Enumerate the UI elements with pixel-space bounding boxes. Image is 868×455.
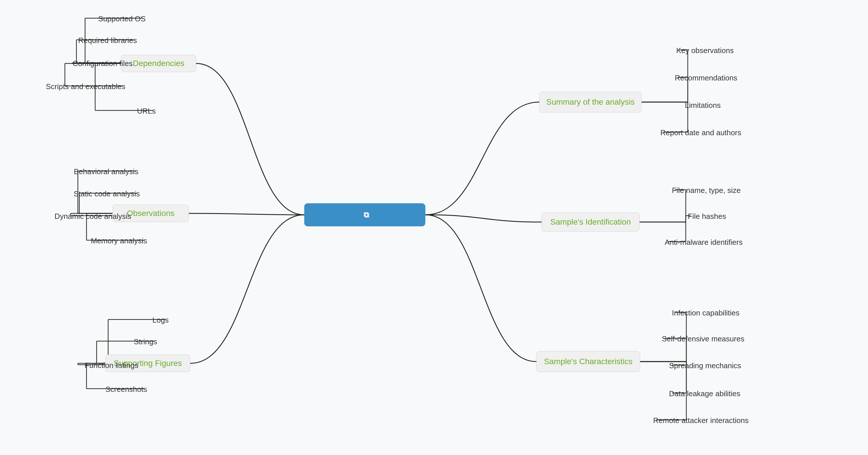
leaf-node: Key observations — [676, 45, 800, 56]
leaf-node: Strings — [33, 336, 157, 347]
branch-node-summary[interactable]: Summary of the analysis — [539, 92, 642, 113]
leaf-node: Function listings — [14, 360, 138, 371]
leaf-node: Data leakage abilities — [669, 388, 793, 399]
leaf-node: File name, type, size — [672, 185, 796, 196]
leaf-node: Static code analysis — [16, 188, 140, 200]
leaf-node: Configuration files — [9, 58, 133, 69]
branch-node-characteristics[interactable]: Sample's Characteristics — [536, 351, 640, 372]
leaf-node: Memory analysis — [23, 235, 147, 246]
center-node[interactable]: ⧉ — [304, 203, 425, 226]
leaf-node: Anti-malware identifiers — [665, 237, 789, 248]
branch-node-identification[interactable]: Sample's Identification — [541, 213, 640, 232]
leaf-node: Behavioral analysis — [14, 166, 138, 177]
leaf-node: Screenshots — [23, 384, 147, 395]
leaf-node: Self-defensive measures — [662, 333, 786, 344]
leaf-node: Remote attacker interactions — [653, 415, 777, 426]
leaf-node: Scripts and executables — [1, 81, 125, 92]
leaf-node: File hashes — [688, 211, 812, 222]
leaf-node: Dynamic code analysis — [7, 211, 131, 222]
mindmap-container: ⧉ DependenciesSupported OSRequired libra… — [0, 0, 868, 455]
leaf-node: Supported OS — [22, 13, 146, 25]
leaf-node: Logs — [45, 314, 169, 326]
leaf-node: Recommendations — [675, 72, 799, 84]
leaf-node: Required libraries — [13, 35, 137, 46]
leaf-node: URLs — [32, 105, 156, 117]
external-link-icon: ⧉ — [364, 211, 369, 219]
leaf-node: Spreading mechanics — [669, 360, 793, 371]
leaf-node: Infection capabilities — [672, 307, 796, 318]
leaf-node: Report date and authors — [660, 127, 784, 139]
leaf-node: Limitations — [685, 99, 809, 111]
